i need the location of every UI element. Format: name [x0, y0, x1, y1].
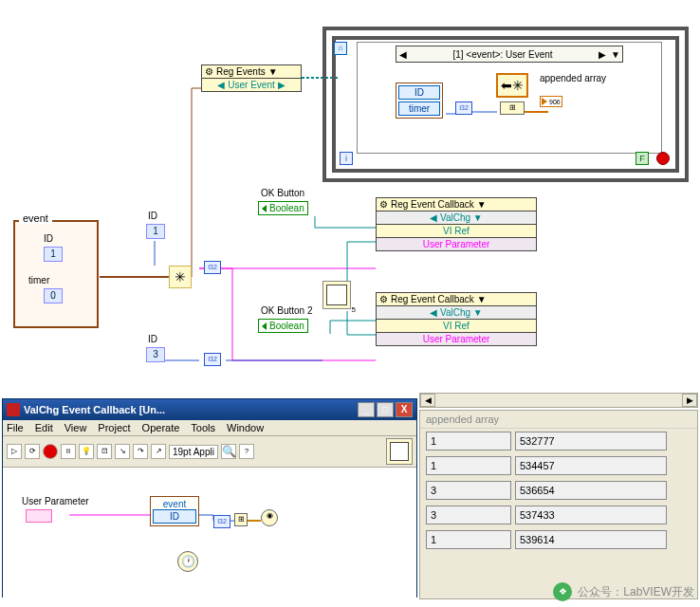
id2-label: ID	[148, 334, 157, 344]
array-val[interactable]: 532777	[515, 432, 667, 451]
reg-cb2-row3: User Parameter	[377, 333, 536, 345]
vi-titlebar[interactable]: ValChg Event Callback [Un... _ □ X	[3, 399, 416, 420]
vi-title-icon	[7, 403, 20, 416]
step-over-button[interactable]: ↷	[133, 444, 148, 459]
array-val[interactable]: 537433	[515, 506, 667, 524]
reg-cb1-row3: User Parameter	[377, 238, 536, 250]
vi-menubar: File Edit View Project Operate Tools Win…	[3, 420, 416, 436]
ok2-label: OK Button 2	[261, 305, 312, 316]
user-param-label: User Parameter	[22, 496, 89, 506]
loop-stop-icon	[656, 152, 670, 165]
i32-inside-event: I32	[455, 101, 472, 115]
event-timer-label: timer	[398, 101, 440, 116]
retain-wire-button[interactable]: ⊡	[97, 444, 112, 459]
array-idx[interactable]: 3	[426, 506, 511, 524]
subvi-ref-node[interactable]: 5	[322, 281, 351, 309]
event-cluster-terminal: ID timer	[396, 83, 443, 119]
event-case-selector[interactable]: ◀ [1] <event>: User Event ▶ ▼	[396, 46, 623, 63]
tick-count-icon: 🕐	[177, 551, 198, 572]
id1-value: 1	[146, 224, 165, 239]
diagram-event-label: event	[153, 499, 196, 509]
array-idx[interactable]: 1	[426, 432, 511, 451]
menu-operate[interactable]: Operate	[142, 422, 180, 433]
bool-arrow-icon	[262, 205, 267, 212]
wire-to-regevents	[192, 88, 201, 277]
diagram-event-cluster: event ID	[150, 496, 199, 526]
help-button[interactable]: ?	[239, 444, 254, 459]
user-param-terminal	[26, 509, 52, 523]
ok2-terminal: Boolean	[258, 319, 308, 333]
loop-stop-const: F	[636, 152, 649, 165]
menu-view[interactable]: View	[64, 422, 87, 433]
array-val[interactable]: 539614	[515, 530, 667, 549]
reg-events-node: ⚙ Reg Events ▼ ◀ User Event ▶	[201, 64, 302, 92]
menu-window[interactable]: Window	[227, 422, 264, 433]
reg-events-title-text: Reg Events	[216, 66, 266, 77]
array-val[interactable]: 534457	[515, 456, 667, 475]
subvi-count: 5	[352, 305, 356, 314]
event-id-label: ID	[398, 85, 440, 100]
array-idx[interactable]: 1	[426, 456, 511, 475]
reg-cb1-r1: ValChg	[440, 212, 470, 223]
close-button[interactable]: X	[396, 402, 413, 417]
i32-convert-1: I32	[204, 261, 221, 274]
while-loop-inner: ⌂ ◀ [1] <event>: User Event ▶ ▼ ID timer…	[332, 36, 679, 173]
reg-callback-2: ⚙ Reg Event Callback ▼ ◀ ValChg ▼ VI Ref…	[376, 292, 537, 346]
pause-button[interactable]: II	[61, 444, 76, 459]
feedback-node-icon: ⬅✳	[496, 73, 528, 98]
reg-events-row1[interactable]: ◀ User Event ▶	[202, 79, 301, 91]
minimize-button[interactable]: _	[358, 402, 375, 417]
event-dropdown-icon[interactable]: ▼	[609, 49, 622, 60]
maximize-button[interactable]: □	[377, 402, 394, 417]
while-loop: ⌂ ◀ [1] <event>: User Event ▶ ▼ ID timer…	[322, 27, 689, 182]
event-next-icon[interactable]: ▶	[596, 49, 609, 60]
scrollbar-horizontal[interactable]: ◀ ▶	[419, 393, 698, 408]
array-row: 1 539614	[420, 527, 697, 552]
timer-value: 0	[44, 288, 63, 304]
bundle-node: ✳	[169, 266, 192, 288]
array-row: 3 536654	[420, 478, 697, 503]
menu-tools[interactable]: Tools	[191, 422, 215, 433]
reg-cb1-title: ⚙ Reg Event Callback ▼	[377, 198, 536, 212]
array-val[interactable]: 536654	[515, 481, 667, 500]
scroll-right-icon[interactable]: ▶	[682, 394, 697, 407]
vi-window-title: ValChg Event Callback [Un...	[24, 404, 356, 415]
menu-edit[interactable]: Edit	[35, 422, 53, 433]
array-row: 1 534457	[420, 453, 697, 478]
reg-cb1-row2: VI Ref	[377, 225, 536, 238]
ok1-terminal: Boolean	[258, 201, 308, 215]
diagram-clock-fire-icon: ◉	[261, 509, 278, 526]
menu-file[interactable]: File	[7, 422, 24, 433]
search-button[interactable]: 🔍	[221, 444, 236, 459]
abort-button[interactable]	[43, 444, 58, 459]
array-header-label: appended array	[420, 411, 697, 429]
run-cont-button[interactable]: ⟳	[25, 444, 40, 459]
menu-project[interactable]: Project	[98, 422, 130, 433]
array-row: 1 532777	[420, 429, 697, 453]
appended-array-indicator: 906	[540, 96, 562, 107]
reg-cb2-r1: ValChg	[440, 307, 470, 318]
subvi-ref-inner-icon	[326, 285, 347, 305]
reg-cb2-row1[interactable]: ◀ ValChg ▼	[377, 306, 536, 320]
id1-label: ID	[148, 211, 157, 221]
array-idx[interactable]: 3	[426, 481, 511, 500]
diagram-build-icon: ⊞	[234, 513, 248, 526]
reg-cb1-row1[interactable]: ◀ ValChg ▼	[377, 212, 536, 225]
vi-icon[interactable]	[386, 438, 413, 465]
reg-callback-1: ⚙ Reg Event Callback ▼ ◀ ValChg ▼ VI Ref…	[376, 197, 537, 251]
reg-cb1-title-text: Reg Event Callback	[391, 199, 474, 210]
watermark-text: 公众号：LabVIEW开发	[578, 584, 694, 600]
font-selector[interactable]: 19pt Appli	[169, 445, 218, 459]
step-out-button[interactable]: ↗	[151, 444, 166, 459]
run-button[interactable]: ▷	[7, 444, 22, 459]
array-idx[interactable]: 1	[426, 530, 511, 549]
highlight-button[interactable]: 💡	[79, 444, 94, 459]
step-into-button[interactable]: ↘	[115, 444, 130, 459]
event-prev-icon[interactable]: ◀	[396, 49, 410, 60]
watermark: ❖ 公众号：LabVIEW开发	[553, 582, 694, 601]
reg-cb2-title: ⚙ Reg Event Callback ▼	[377, 293, 536, 306]
scroll-left-icon[interactable]: ◀	[420, 394, 435, 407]
id-label: ID	[44, 233, 53, 244]
loop-i-terminal: i	[340, 152, 353, 165]
timer-label: timer	[28, 275, 49, 285]
